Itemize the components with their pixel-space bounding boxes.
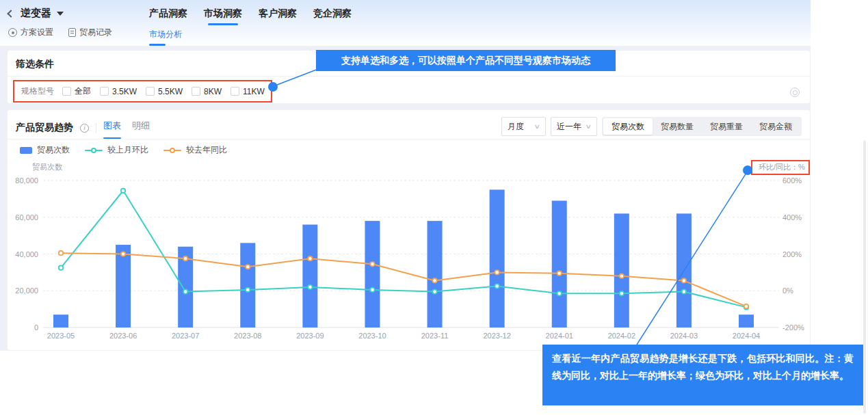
line-较去年同比: [61, 253, 746, 306]
x-axis-label: 2023-05: [47, 332, 75, 340]
spec-checkbox-list: 全部3.5KW5.5KW8KW11KW: [62, 85, 265, 97]
gear-icon[interactable]: [790, 88, 800, 97]
right-axis-tick: 0%: [782, 286, 793, 295]
point-较去年同比-2023-12[interactable]: [495, 270, 499, 274]
point-较去年同比-2023-06[interactable]: [121, 252, 125, 256]
checkbox-label: 8KW: [204, 87, 222, 96]
right-axis-tick: 400%: [782, 213, 802, 222]
filter-tooltip: 支持单选和多选，可以按照单个产品不同型号观察市场动态: [316, 50, 616, 71]
bar-2024-02[interactable]: [614, 213, 629, 327]
checkbox-box[interactable]: [146, 87, 155, 96]
checkbox-label: 11KW: [243, 87, 265, 96]
point-较去年同比-2023-07[interactable]: [183, 256, 187, 260]
x-axis-label: 2023-08: [234, 332, 261, 340]
point-较上月环比-2023-09[interactable]: [308, 285, 312, 289]
point-较上月环比-2023-11[interactable]: [432, 289, 436, 293]
checkbox-box[interactable]: [231, 87, 239, 96]
trade-records-button[interactable]: 贸易记录: [68, 27, 112, 38]
point-较上月环比-2023-07[interactable]: [183, 289, 187, 293]
point-较去年同比-2024-02[interactable]: [620, 274, 624, 278]
target-icon: [8, 28, 17, 37]
tab-竞企洞察[interactable]: 竞企洞察: [313, 8, 352, 25]
checkbox-全部[interactable]: 全部: [62, 85, 91, 97]
point-较上月环比-2023-12[interactable]: [495, 284, 499, 288]
trade-records-label: 贸易记录: [79, 27, 112, 38]
left-axis-tick: 80,000: [15, 176, 38, 185]
product-title[interactable]: 逆变器: [21, 7, 51, 20]
checkbox-label: 3.5KW: [112, 87, 137, 96]
bar-2023-11[interactable]: [428, 221, 443, 327]
subtab-market-analysis[interactable]: 市场分析: [149, 29, 182, 44]
point-较去年同比-2024-03[interactable]: [682, 278, 686, 282]
left-axis-tick: 0: [34, 323, 38, 332]
bar-2023-06[interactable]: [116, 245, 131, 327]
divider: [8, 76, 810, 77]
point-较上月环比-2023-08[interactable]: [246, 288, 250, 292]
bar-2023-05[interactable]: [53, 314, 68, 327]
trend-tooltip: 查看近一年内产品贸易趋势是增长还是下跌，包括环比和同比。注：黄线为同比，对比上一…: [542, 345, 863, 405]
x-axis-label: 2023-07: [172, 332, 199, 340]
spec-model-row-highlight: 规格型号 全部3.5KW5.5KW8KW11KW: [13, 80, 272, 103]
point-较去年同比-2023-09[interactable]: [308, 256, 312, 260]
tab-产品洞察[interactable]: 产品洞察: [149, 8, 187, 25]
point-较去年同比-2023-05[interactable]: [59, 251, 63, 255]
line-较上月环比: [61, 191, 746, 308]
point-较上月环比-2023-06[interactable]: [121, 189, 125, 193]
trend-card: 产品贸易趋势 i 图表明细 月度 ∨ 近一年 ∨ 贸易次数贸易数量贸易重量贸易金…: [7, 109, 811, 351]
document-icon: [68, 28, 76, 37]
x-axis-label: 2023-12: [483, 332, 510, 340]
caret-down-icon[interactable]: [57, 12, 64, 16]
checkbox-3.5KW[interactable]: 3.5KW: [100, 87, 137, 96]
point-较上月环比-2024-02[interactable]: [620, 291, 624, 295]
scheme-settings-label: 方案设置: [21, 27, 53, 38]
point-较去年同比-2023-10[interactable]: [370, 262, 374, 266]
point-较去年同比-2024-01[interactable]: [557, 271, 562, 276]
point-较上月环比-2023-05[interactable]: [59, 265, 63, 269]
bar-2023-08[interactable]: [240, 243, 255, 327]
checkbox-5.5KW[interactable]: 5.5KW: [146, 87, 183, 96]
right-axis-tick: 600%: [782, 176, 802, 185]
scrollbar[interactable]: [863, 140, 866, 414]
filter-title: 筛选条件: [16, 58, 54, 70]
right-axis-tick: -200%: [782, 323, 804, 332]
checkbox-label: 5.5KW: [158, 87, 183, 96]
left-axis-tick: 40,000: [15, 250, 38, 258]
point-较上月环比-2024-01[interactable]: [557, 291, 562, 295]
checkbox-box[interactable]: [192, 87, 200, 96]
bar-2024-01[interactable]: [552, 201, 567, 327]
top-bar: 逆变器 方案设置 贸易记录 产品洞察市场洞察客户洞察竞企洞察 市场分析: [0, 0, 811, 46]
checkbox-8KW[interactable]: 8KW: [192, 87, 222, 96]
x-axis-label: 2023-11: [421, 332, 449, 340]
bar-2023-10[interactable]: [365, 221, 380, 327]
left-axis-tick: 60,000: [15, 213, 38, 222]
x-axis-label: 2023-10: [358, 332, 386, 340]
x-axis-label: 2023-09: [296, 332, 324, 340]
left-axis-tick: 20,000: [15, 286, 38, 295]
main-tabs: 产品洞察市场洞察客户洞察竞企洞察: [149, 8, 352, 25]
checkbox-11KW[interactable]: 11KW: [231, 87, 265, 96]
point-较去年同比-2024-04[interactable]: [744, 304, 748, 308]
point-较上月环比-2023-10[interactable]: [370, 288, 374, 292]
trend-chart: 600%80,000400%60,000200%40,0000%20,000-2…: [8, 110, 811, 351]
bar-2024-03[interactable]: [676, 213, 692, 327]
right-axis-tick: 200%: [782, 250, 802, 258]
point-较上月环比-2024-03[interactable]: [682, 289, 686, 293]
x-axis-label: 2024-01: [546, 332, 573, 340]
scheme-settings-button[interactable]: 方案设置: [8, 27, 53, 38]
point-较去年同比-2023-11[interactable]: [432, 278, 436, 282]
back-chevron-icon[interactable]: [7, 10, 14, 17]
checkbox-box[interactable]: [100, 87, 109, 96]
checkbox-box[interactable]: [62, 87, 71, 96]
x-axis-label: 2024-04: [733, 332, 760, 340]
tab-客户洞察[interactable]: 客户洞察: [259, 8, 297, 25]
bar-2023-09[interactable]: [302, 225, 317, 328]
bar-2023-12[interactable]: [490, 189, 505, 327]
x-axis-label: 2024-02: [608, 332, 635, 340]
point-较去年同比-2023-08[interactable]: [246, 265, 250, 269]
bar-2024-04[interactable]: [739, 314, 754, 327]
tab-市场洞察[interactable]: 市场洞察: [204, 8, 242, 25]
x-axis-label: 2024-03: [670, 332, 698, 340]
checkbox-label: 全部: [75, 85, 91, 97]
spec-model-label: 规格型号: [21, 85, 62, 97]
x-axis-label: 2023-06: [109, 332, 137, 340]
